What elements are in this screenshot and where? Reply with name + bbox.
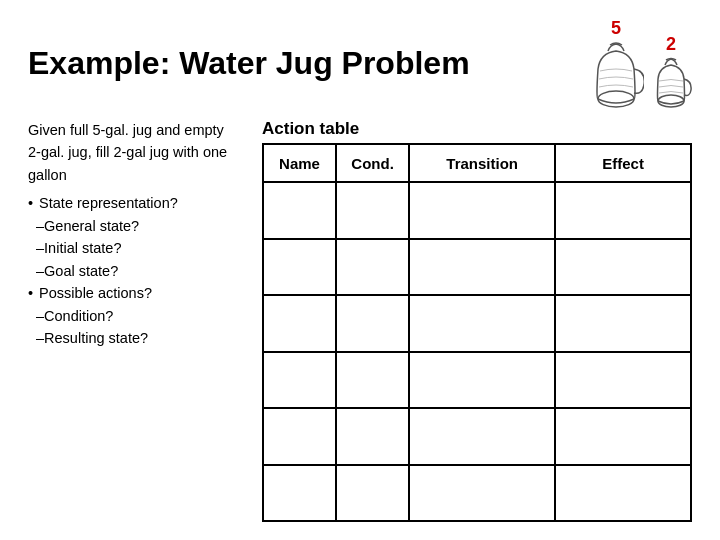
cell (555, 465, 691, 522)
list-item-6: –Condition? (36, 305, 238, 327)
cell (409, 465, 555, 522)
jug-large: 5 (588, 18, 644, 109)
cell (409, 182, 555, 239)
given-text: Given full 5-gal. jug and empty 2-gal. j… (28, 119, 238, 186)
cell (555, 295, 691, 352)
cell (336, 408, 409, 465)
table-row (263, 239, 691, 296)
content: Given full 5-gal. jug and empty 2-gal. j… (28, 119, 692, 522)
col-header-transition: Transition (409, 144, 555, 182)
list-item-4-text: –Goal state? (36, 263, 118, 279)
jugs-container: 5 2 (588, 18, 692, 109)
cell (555, 182, 691, 239)
jug-large-label: 5 (611, 18, 621, 39)
list-item-5: • Possible actions? (28, 282, 238, 304)
table-row (263, 408, 691, 465)
cell (263, 408, 336, 465)
list-item-1-text: State representation? (39, 192, 178, 214)
col-header-name: Name (263, 144, 336, 182)
cell (336, 295, 409, 352)
cell (555, 408, 691, 465)
table-title: Action table (262, 119, 692, 139)
cell (263, 465, 336, 522)
jug-large-icon (588, 41, 644, 109)
list-item-3-text: –Initial state? (36, 240, 121, 256)
svg-point-1 (658, 95, 684, 107)
right-panel: Action table Name Cond. Transition Effec… (262, 119, 692, 522)
svg-point-0 (598, 91, 634, 107)
page: Example: Water Jug Problem 5 (0, 0, 720, 540)
cell (263, 239, 336, 296)
jug-small: 2 (650, 34, 692, 109)
action-table: Name Cond. Transition Effect (262, 143, 692, 522)
table-row (263, 295, 691, 352)
jug-small-icon (650, 57, 692, 109)
list-item-2-text: –General state? (36, 218, 139, 234)
table-row (263, 465, 691, 522)
cell (263, 295, 336, 352)
list-item-3: –Initial state? (36, 237, 238, 259)
col-header-effect: Effect (555, 144, 691, 182)
cell (336, 352, 409, 409)
bullet-icon-2: • (28, 282, 37, 304)
cell (336, 465, 409, 522)
list-item-1: • State representation? (28, 192, 238, 214)
col-header-cond: Cond. (336, 144, 409, 182)
header: Example: Water Jug Problem 5 (28, 18, 692, 109)
cell (409, 239, 555, 296)
cell (336, 239, 409, 296)
left-panel: Given full 5-gal. jug and empty 2-gal. j… (28, 119, 238, 522)
table-header-row: Name Cond. Transition Effect (263, 144, 691, 182)
bullet-icon-1: • (28, 192, 37, 214)
list-item-5-text: Possible actions? (39, 282, 152, 304)
cell (555, 352, 691, 409)
cell (409, 408, 555, 465)
list-item-4: –Goal state? (36, 260, 238, 282)
cell (555, 239, 691, 296)
cell (263, 352, 336, 409)
table-row (263, 182, 691, 239)
items-list: • State representation? –General state? … (28, 192, 238, 349)
cell (409, 352, 555, 409)
list-item-2: –General state? (36, 215, 238, 237)
cell (263, 182, 336, 239)
list-item-7-text: –Resulting state? (36, 330, 148, 346)
list-item-7: –Resulting state? (36, 327, 238, 349)
list-item-6-text: –Condition? (36, 308, 113, 324)
table-row (263, 352, 691, 409)
jug-small-label: 2 (666, 34, 676, 55)
cell (409, 295, 555, 352)
cell (336, 182, 409, 239)
page-title: Example: Water Jug Problem (28, 46, 470, 81)
